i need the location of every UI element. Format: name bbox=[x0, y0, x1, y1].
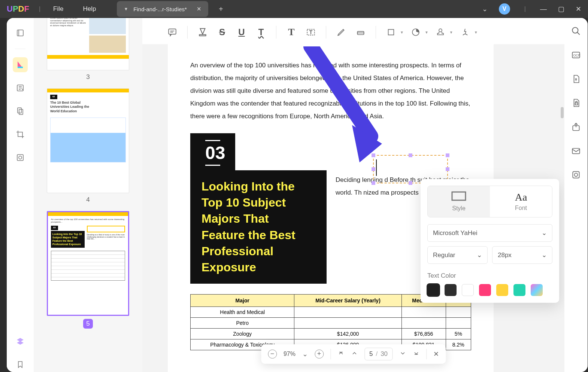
close-paging-button[interactable]: ✕ bbox=[433, 350, 439, 358]
menu-help[interactable]: Help bbox=[83, 5, 96, 13]
svg-rect-19 bbox=[575, 103, 578, 105]
zoom-value: 97% bbox=[284, 351, 295, 357]
chevron-down-icon[interactable]: ▼ bbox=[449, 30, 453, 34]
pencil-tool-button[interactable] bbox=[334, 25, 349, 40]
sticker-tool-button[interactable] bbox=[408, 25, 423, 40]
svg-rect-12 bbox=[388, 30, 394, 35]
tab-dropdown-icon[interactable]: ▼ bbox=[124, 6, 128, 12]
svg-point-16 bbox=[572, 27, 578, 33]
titlebar-dropdown-icon[interactable]: ⌄ bbox=[482, 5, 488, 13]
thumbnail-page-5[interactable]: An overview of the top 100 universities … bbox=[47, 211, 129, 316]
user-avatar[interactable]: V bbox=[499, 3, 510, 15]
left-rail bbox=[7, 18, 34, 372]
font-preview-icon: Aa bbox=[490, 191, 552, 203]
menu-file[interactable]: File bbox=[53, 5, 63, 13]
scrollbar-thumb[interactable] bbox=[561, 107, 564, 118]
window-minimize-button[interactable]: — bbox=[540, 5, 547, 13]
app-body: Lorem ipsum dolor sit amet consectetur a… bbox=[7, 18, 588, 372]
color-swatch[interactable] bbox=[445, 284, 457, 296]
zoom-in-button[interactable]: + bbox=[315, 350, 324, 359]
shape-tool-button[interactable] bbox=[384, 25, 398, 40]
chevron-down-icon[interactable]: ▼ bbox=[425, 30, 428, 34]
thumbnail-page-3[interactable]: Lorem ipsum dolor sit amet consectetur a… bbox=[47, 18, 129, 70]
font-family-dropdown[interactable]: Microsoft YaHei⌄ bbox=[427, 224, 552, 242]
font-size-dropdown[interactable]: 28px⌄ bbox=[492, 246, 552, 264]
ocr-button[interactable]: OCR bbox=[571, 50, 581, 61]
table-header: Mid-Career Salary (Yearly) bbox=[294, 295, 401, 307]
color-swatch[interactable] bbox=[479, 284, 491, 296]
color-swatch[interactable] bbox=[462, 284, 474, 296]
stamp-tool-button[interactable] bbox=[433, 25, 448, 40]
titlebar: UPDF | File Help ▼ Find-and-...r-Studies… bbox=[0, 0, 588, 18]
last-page-button[interactable] bbox=[413, 350, 419, 359]
eraser-tool-button[interactable] bbox=[353, 25, 368, 40]
signature-tool-button[interactable] bbox=[458, 25, 473, 40]
highlight-tool-button[interactable] bbox=[195, 25, 210, 40]
svg-rect-22 bbox=[573, 171, 579, 178]
layers-button[interactable] bbox=[13, 334, 28, 349]
page-tools-button[interactable] bbox=[13, 104, 28, 119]
prev-page-button[interactable] bbox=[351, 350, 358, 359]
protect-button[interactable] bbox=[571, 98, 581, 109]
email-button[interactable] bbox=[571, 146, 581, 157]
reader-mode-button[interactable] bbox=[13, 25, 28, 40]
separator: | bbox=[39, 6, 40, 12]
seg-style-tab[interactable]: Style bbox=[428, 186, 490, 217]
textbox-tool-button[interactable]: T bbox=[303, 25, 318, 40]
color-swatch-row bbox=[427, 284, 552, 296]
color-swatch[interactable] bbox=[427, 284, 439, 296]
squiggly-tool-button[interactable]: T bbox=[254, 25, 269, 40]
thumbnail-label: 4 bbox=[41, 196, 135, 204]
svg-rect-4 bbox=[19, 109, 23, 115]
color-swatch[interactable] bbox=[513, 284, 525, 296]
segmented-control: Style Aa Font bbox=[427, 186, 552, 217]
next-page-button[interactable] bbox=[399, 350, 406, 359]
zoom-dropdown-icon[interactable]: ⌄ bbox=[302, 350, 308, 358]
first-page-button[interactable] bbox=[337, 350, 344, 359]
comment-tool-button[interactable] bbox=[165, 25, 180, 40]
convert-button[interactable] bbox=[571, 74, 581, 85]
share-button[interactable] bbox=[571, 122, 581, 133]
tab-title: Find-and-...r-Studies* bbox=[133, 6, 187, 12]
underline-tool-button[interactable]: U bbox=[234, 25, 249, 40]
crop-tool-button[interactable] bbox=[13, 127, 28, 142]
chevron-down-icon[interactable]: ▼ bbox=[400, 30, 404, 34]
page-number-field[interactable]: 5 / 30 bbox=[364, 348, 392, 360]
print-button[interactable] bbox=[571, 170, 581, 181]
body-paragraph: An overview of the top 100 universities … bbox=[190, 59, 471, 123]
thumbnail-label: 3 bbox=[41, 73, 135, 81]
edit-mode-button[interactable] bbox=[13, 80, 28, 95]
svg-rect-15 bbox=[452, 192, 466, 200]
text-tool-button[interactable]: T bbox=[284, 25, 299, 40]
comment-mode-button[interactable] bbox=[13, 57, 28, 72]
zoom-out-button[interactable]: − bbox=[268, 350, 277, 359]
window-close-button[interactable]: ✕ bbox=[576, 5, 581, 13]
new-tab-button[interactable]: + bbox=[219, 5, 223, 13]
separator: | bbox=[524, 6, 526, 12]
seg-font-tab[interactable]: Aa Font bbox=[490, 186, 552, 217]
bookmark-button[interactable] bbox=[13, 357, 28, 372]
table-header: Major bbox=[191, 295, 294, 307]
right-rail: OCR bbox=[564, 18, 588, 372]
color-picker-swatch[interactable] bbox=[531, 284, 543, 296]
svg-rect-5 bbox=[17, 155, 23, 161]
text-caret bbox=[376, 159, 377, 176]
thumbnail-panel: Lorem ipsum dolor sit amet consectetur a… bbox=[34, 18, 142, 372]
thumbnail-page-4[interactable]: 02 The 10 Best Global Universities Leadi… bbox=[47, 88, 129, 193]
window-maximize-button[interactable]: ▢ bbox=[558, 5, 564, 13]
search-button[interactable] bbox=[571, 26, 581, 37]
section-headline: Looking Into the Top 10 Subject Majors T… bbox=[190, 170, 327, 284]
svg-rect-1 bbox=[18, 67, 23, 68]
chevron-down-icon[interactable]: ▼ bbox=[474, 30, 478, 34]
document-canvas[interactable]: An overview of the top 100 universities … bbox=[142, 44, 564, 372]
section-number-badge: 03 bbox=[190, 133, 235, 171]
font-weight-dropdown[interactable]: Regular⌄ bbox=[427, 246, 488, 264]
tools-button[interactable] bbox=[13, 150, 28, 165]
app-logo: UPDF bbox=[7, 4, 29, 14]
tab-close-icon[interactable]: ✕ bbox=[197, 6, 201, 12]
paging-bar: − 97% ⌄ + 5 / 30 ✕ bbox=[261, 344, 446, 364]
document-tab[interactable]: ▼ Find-and-...r-Studies* ✕ bbox=[117, 1, 208, 17]
strikethrough-tool-button[interactable]: S bbox=[215, 25, 230, 40]
color-swatch[interactable] bbox=[496, 284, 508, 296]
svg-point-6 bbox=[19, 156, 22, 159]
